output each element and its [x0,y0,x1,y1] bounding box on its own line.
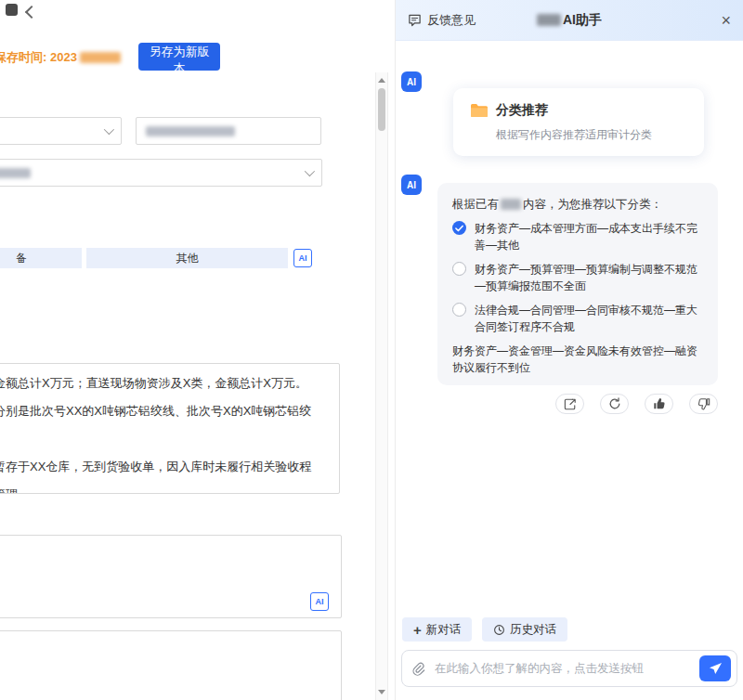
lead-masked [501,199,521,210]
copy-icon [564,398,577,410]
ai-icon: AI [299,253,307,263]
like-button[interactable] [645,394,673,414]
message-input-bar [401,650,737,687]
save-time-year: 2023 [50,50,77,64]
tab-equipment-label: 备 [16,251,27,266]
message-input[interactable] [433,661,692,676]
save-time-text: 保存时间: 2023 [0,49,121,66]
draft-line: 用后暂存于XX仓库，无到货验收单，因入库时未履行相关验收程序，管理 [0,453,332,494]
send-icon [709,662,723,675]
ai-avatar: AI [401,175,422,195]
extra-textarea[interactable] [0,630,342,700]
tab-other[interactable]: 其他 [86,248,288,268]
save-as-new-version-button[interactable]: 另存为新版本 [138,43,220,71]
panel-title: AI助手 [537,12,602,29]
ai-icon: AI [316,597,324,606]
scroll-up-arrow-icon[interactable] [378,78,385,83]
ai-assist-button[interactable]: AI [293,249,312,267]
scroll-down-arrow-icon[interactable] [378,690,385,694]
recommendation-card: 根据已有内容，为您推荐以下分类： 财务资产—成本管理方面—成本支出手续不完善—其… [437,183,718,385]
chevron-down-icon [305,166,315,176]
ai-avatar-label: AI [407,180,416,190]
back-icon[interactable] [25,6,38,19]
panel-header: 反馈意见 AI助手 × [396,0,743,41]
draft-line: 单，分别是批次号XX的X吨钢芯铝绞线、批次号X的X吨钢芯铝绞线。 [0,397,332,453]
category-select[interactable] [0,117,122,145]
thumbs-up-icon [653,397,666,410]
thumbs-down-icon [697,397,710,410]
chevron-down-icon [104,124,114,135]
history-icon [493,624,505,636]
copy-button[interactable] [555,394,584,414]
history-chat-button[interactable]: 历史对话 [482,617,567,642]
ai-avatar: AI [401,71,422,92]
feedback-icon [408,13,422,27]
suggestion-textarea[interactable]: AI [0,535,342,618]
save-time-label: 保存时间: [0,50,46,64]
feedback-label: 反馈意见 [427,12,476,29]
refresh-icon [608,397,621,410]
option-item[interactable]: 法律合规—合同管理—合同审核不规范—重大合同签订程序不合规 [452,302,703,335]
option-text: 法律合规—合同管理—合同审核不规范—重大合同签订程序不合规 [475,302,703,335]
option-text: 财务资产—预算管理—预算编制与调整不规范—预算编报范围不全面 [475,261,703,294]
finding-textarea[interactable]: 批，金额总计X万元；直送现场物资涉及X类，金额总计X万元。 单，分别是批次号XX… [0,363,340,494]
check-circle-icon [452,221,466,235]
new-chat-label: 新对话 [426,622,462,638]
radio-icon [452,303,466,317]
category-icon [470,102,489,119]
audit-editor-window: 保存时间: 2023 另存为新版本 备 其他 AI 批，金额总计X万元；直送现场… [0,0,743,700]
panel-title-text: AI助手 [563,12,602,29]
option-item[interactable]: 财务资产—资金管理—资金风险未有效管控—融资协议履行不到位 [452,343,703,376]
title-masked [537,14,561,26]
close-icon[interactable]: × [721,12,731,29]
dislike-button[interactable] [689,394,718,414]
save-time-masked [80,52,121,63]
radio-icon [452,262,466,276]
intro-card: 分类推荐 根据写作内容推荐适用审计分类 [453,88,704,156]
plus-icon: + [413,623,422,637]
lead-prefix: 根据已有 [452,198,499,211]
recommendation-lead: 根据已有内容，为您推荐以下分类： [452,196,703,213]
lead-suffix: 内容，为您推荐以下分类： [523,198,662,211]
paperclip-icon[interactable] [411,662,425,676]
scrollbar-thumb[interactable] [378,88,385,131]
draft-line: 批，金额总计X万元；直送现场物资涉及X类，金额总计X万元。 [0,369,332,397]
feedback-button[interactable]: 反馈意见 [408,12,476,29]
company-select[interactable] [0,159,322,187]
ai-assistant-panel: 反馈意见 AI助手 × AI 分类推荐 根据写作内容推荐适用审计分类 AI [395,0,743,700]
message-actions [555,394,718,414]
scrollbar-track[interactable] [375,72,388,700]
ai-assist-button[interactable]: AI [310,592,329,611]
code-masked-value [146,126,235,136]
tab-other-label: 其他 [176,251,199,266]
ai-avatar-label: AI [407,77,416,87]
new-chat-button[interactable]: + 新对话 [402,617,472,642]
history-chat-label: 历史对话 [510,622,556,638]
code-input[interactable] [136,117,321,145]
intro-card-subtitle: 根据写作内容推荐适用审计分类 [496,127,687,143]
send-button[interactable] [699,655,731,681]
company-masked-value [0,168,31,178]
option-item[interactable]: 财务资产—成本管理方面—成本支出手续不完善—其他 [452,220,703,253]
intro-card-title: 分类推荐 [496,102,548,119]
tab-equipment[interactable]: 备 [0,248,82,268]
option-item[interactable]: 财务资产—预算管理—预算编制与调整不规范—预算编报范围不全面 [452,261,703,294]
option-text: 财务资产—成本管理方面—成本支出手续不完善—其他 [475,220,703,253]
regenerate-button[interactable] [600,394,629,414]
menu-icon[interactable] [6,4,18,16]
